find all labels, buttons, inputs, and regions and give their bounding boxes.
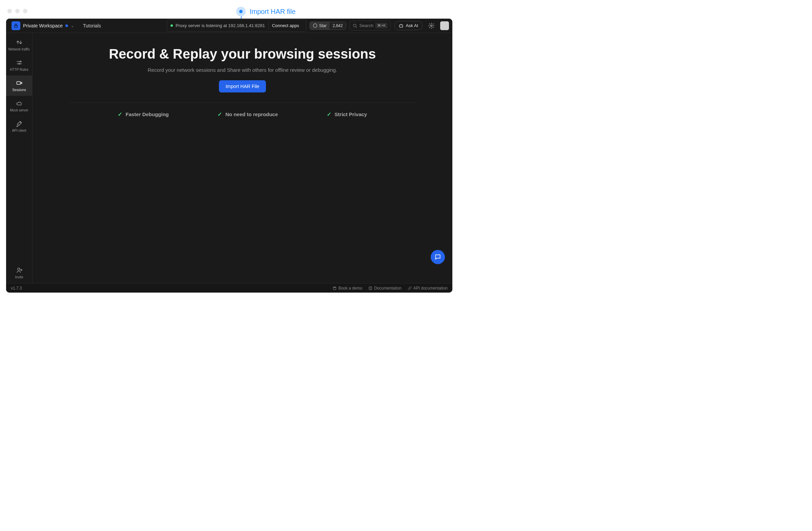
window-controls[interactable] <box>8 9 27 13</box>
svg-point-8 <box>18 268 20 270</box>
svg-rect-0 <box>15 25 17 27</box>
bot-icon <box>398 23 404 28</box>
api-documentation-link[interactable]: API documentation <box>408 286 448 291</box>
tutorials-link[interactable]: Tutorials <box>83 23 101 28</box>
version-label: v1.7.3 <box>11 286 22 291</box>
video-icon <box>16 80 23 86</box>
link-icon <box>408 286 412 290</box>
page-subtitle: Record your network sessions and Share w… <box>46 67 439 73</box>
sidebar-item-label: API client <box>12 129 26 132</box>
svg-rect-3 <box>400 25 403 27</box>
workspace-name: Private Workspace <box>23 23 62 28</box>
cloud-icon <box>16 100 23 107</box>
import-har-button[interactable]: Import HAR File <box>219 80 266 93</box>
svg-point-1 <box>313 24 317 27</box>
features-row: ✓ Faster Debugging ✓ No need to reproduc… <box>32 111 452 117</box>
ask-ai-button[interactable]: Ask AI <box>394 21 423 30</box>
search-shortcut: ⌘+K <box>375 23 388 28</box>
divider <box>70 102 415 103</box>
sidebar-item-sessions[interactable]: Sessions <box>6 75 32 96</box>
check-icon: ✓ <box>218 111 222 117</box>
proxy-status[interactable]: Proxy server is listening at 192.168.1.4… <box>167 19 306 32</box>
feature-label: No need to reproduce <box>225 111 278 117</box>
proxy-text: Proxy server is listening at 192.168.1.4… <box>176 23 265 28</box>
gear-icon <box>428 23 434 29</box>
sidebar-item-invite[interactable]: Invite <box>6 263 32 283</box>
annotation-marker-icon <box>236 7 246 16</box>
documentation-link[interactable]: Documentation <box>368 286 402 291</box>
maximize-dot[interactable] <box>23 9 27 13</box>
svg-point-6 <box>19 63 20 64</box>
sidebar-item-mock-server[interactable]: Mock server <box>6 96 32 116</box>
search-placeholder: Search <box>359 23 373 28</box>
github-star-count: 2,642 <box>330 22 346 29</box>
sidebar-item-network-traffic[interactable]: Network traffic <box>6 35 32 55</box>
sidebar-item-label: HTTP Rules <box>10 68 28 71</box>
sidebar-item-label: Invite <box>15 275 23 279</box>
footer-link-label: Book a demo <box>338 286 362 291</box>
search-input[interactable]: Search ⌘+K <box>349 20 391 30</box>
ask-ai-label: Ask AI <box>406 23 418 28</box>
footer-link-label: API documentation <box>414 286 448 291</box>
chevron-down-icon: ⌄ <box>71 23 74 28</box>
svg-rect-9 <box>333 287 336 290</box>
status-online-icon <box>171 24 173 27</box>
app-window: Private Workspace ⌄ Tutorials Proxy serv… <box>6 19 452 293</box>
sidebar-item-label: Sessions <box>12 88 26 92</box>
annotation-label: Import HAR file <box>250 8 296 16</box>
sidebar-item-http-rules[interactable]: HTTP Rules <box>6 55 32 75</box>
main-content: Record & Replay your browsing sessions R… <box>32 33 452 283</box>
sidebar-item-label: Network traffic <box>9 47 30 51</box>
footer-link-label: Documentation <box>374 286 402 291</box>
feature-item: ✓ Strict Privacy <box>327 111 367 117</box>
status-bar: v1.7.3 Book a demo Documentation API doc… <box>6 283 452 293</box>
workspace-selector[interactable]: Private Workspace ⌄ <box>10 20 76 31</box>
github-star-label: Star <box>319 23 327 28</box>
svg-point-5 <box>20 61 20 62</box>
page-title: Record & Replay your browsing sessions <box>46 46 439 61</box>
status-dot-icon <box>65 24 68 27</box>
search-icon <box>352 23 357 28</box>
minimize-dot[interactable] <box>15 9 20 13</box>
book-demo-link[interactable]: Book a demo <box>333 286 362 291</box>
svg-point-4 <box>431 25 432 26</box>
top-bar: Private Workspace ⌄ Tutorials Proxy serv… <box>6 19 452 33</box>
book-icon <box>368 286 373 290</box>
rocket-icon <box>16 120 23 127</box>
sidebar: Network traffic HTTP Rules Sessions Mock… <box>6 33 32 283</box>
svg-rect-7 <box>17 82 20 84</box>
connect-apps-button[interactable]: Connect apps <box>268 21 303 30</box>
check-icon: ✓ <box>118 111 122 117</box>
user-plus-icon <box>16 267 23 274</box>
feature-label: Faster Debugging <box>126 111 169 117</box>
settings-button[interactable] <box>426 20 437 31</box>
lock-icon <box>12 21 20 30</box>
feature-label: Strict Privacy <box>335 111 367 117</box>
chat-icon <box>434 254 441 261</box>
github-star-badge[interactable]: Star 2,642 <box>309 22 346 30</box>
calendar-icon <box>333 286 337 290</box>
chat-fab[interactable] <box>431 250 445 264</box>
feature-item: ✓ No need to reproduce <box>218 111 278 117</box>
network-icon <box>16 39 23 46</box>
annotation-callout: Import HAR file <box>236 7 296 16</box>
user-avatar[interactable] <box>440 21 449 30</box>
close-dot[interactable] <box>8 9 12 13</box>
sidebar-item-api-client[interactable]: API client <box>6 116 32 137</box>
feature-item: ✓ Faster Debugging <box>118 111 169 117</box>
sliders-icon <box>16 59 23 66</box>
sidebar-item-label: Mock server <box>10 108 28 112</box>
check-icon: ✓ <box>327 111 331 117</box>
svg-point-2 <box>353 24 356 27</box>
